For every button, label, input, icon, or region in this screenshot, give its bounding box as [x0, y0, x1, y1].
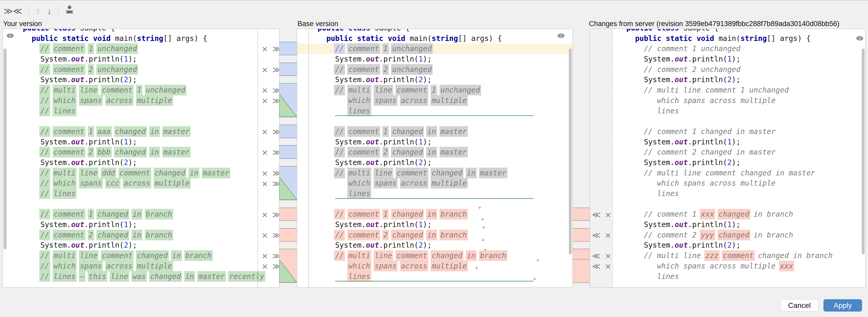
ignore-change-icon[interactable]: ×	[261, 251, 268, 260]
pane-title-yours: Your version	[3, 20, 42, 28]
cancel-button[interactable]: Cancel	[781, 299, 818, 312]
code-line: // comment 2 changed in master	[297, 147, 572, 157]
apply-change-left-icon[interactable]: ≪	[592, 230, 600, 240]
change-action[interactable]: ×≫	[261, 44, 279, 53]
ignore-change-icon[interactable]: ×	[261, 96, 268, 105]
code-line: System.out.println(1);	[618, 137, 865, 147]
change-action[interactable]: ×≫	[261, 210, 279, 219]
apply-change-left-icon[interactable]: ≪	[592, 251, 600, 260]
editor-your-version[interactable]: public class Sample { public static void…	[3, 29, 279, 288]
triangle-up-marker: ▴	[482, 237, 485, 242]
change-action[interactable]: ×≫	[261, 96, 279, 105]
ignore-change-icon[interactable]: ×	[604, 251, 611, 260]
code-line: which spans across multiple	[618, 178, 865, 189]
change-action[interactable]: ×≫	[261, 251, 279, 260]
code-line: // multi line comment changed in branch	[297, 251, 572, 261]
code-line: lines	[297, 271, 572, 282]
ignore-change-icon[interactable]: ×	[261, 127, 268, 136]
code-line: System.out.println(2);	[618, 240, 865, 251]
ignore-change-icon[interactable]: ×	[604, 261, 611, 271]
resolve-magic-icon[interactable]	[65, 4, 74, 18]
pane-title-base: Base version	[298, 20, 338, 28]
ignore-change-icon[interactable]: ×	[261, 179, 268, 188]
code-line: public static void main(string[] args) {	[14, 33, 279, 44]
code-base: public class Sample { public static void…	[297, 29, 572, 282]
code-line	[618, 116, 865, 126]
merge-toolbar: ≫≪ ↑ ↓	[4, 4, 74, 18]
apply-change-right-icon[interactable]: ≫	[272, 44, 279, 53]
apply-all-non-conflicting-icon[interactable]: ≫≪	[4, 4, 22, 18]
conflict-connector-block	[279, 228, 297, 242]
apply-change-right-icon[interactable]: ≫	[272, 230, 279, 240]
scrollbar-base-editor[interactable]	[569, 49, 572, 254]
gutter-divider-line	[257, 29, 258, 287]
apply-change-right-icon[interactable]: ≫	[272, 96, 279, 105]
ignore-change-icon[interactable]: ×	[604, 210, 611, 219]
change-action[interactable]: ≪×	[592, 251, 611, 260]
conflict-connector-block	[573, 228, 590, 242]
ignore-change-icon[interactable]: ×	[604, 230, 611, 240]
code-line: System.out.println(1);	[14, 220, 279, 230]
change-action[interactable]: ×≫	[261, 230, 279, 240]
toolbar-separator	[29, 5, 29, 17]
pane-title-server: Changes from server (revision 3599eb4791…	[589, 20, 839, 28]
code-line: System.out.println(2);	[618, 157, 865, 168]
ignore-change-icon[interactable]: ×	[261, 168, 268, 178]
apply-change-right-icon[interactable]: ≫	[272, 210, 279, 219]
ignore-change-icon[interactable]: ×	[261, 65, 268, 74]
apply-change-right-icon[interactable]: ≫	[272, 179, 279, 188]
change-action[interactable]: ×≫	[261, 261, 279, 271]
scrollbar-left-editor[interactable]	[4, 49, 6, 249]
apply-change-right-icon[interactable]: ≫	[272, 168, 279, 178]
apply-change-right-icon[interactable]: ≫	[272, 127, 279, 136]
change-action[interactable]: ×≫	[261, 148, 279, 157]
apply-change-right-icon[interactable]: ≫	[272, 86, 279, 95]
toolbar-separator	[58, 5, 59, 17]
change-action[interactable]: ≪×	[592, 261, 611, 271]
code-line: // comment 1 xxx changed in branch	[618, 209, 865, 220]
highlighting-eye-icon[interactable]	[557, 33, 565, 38]
code-line: // comment 2 unchanged	[618, 64, 865, 75]
code-line: // multi line comment changed in branch	[14, 251, 279, 261]
next-change-icon[interactable]: ↓	[47, 4, 52, 18]
apply-change-right-icon[interactable]: ≫	[272, 251, 279, 260]
code-line: lines	[618, 106, 865, 116]
apply-change-right-icon[interactable]: ≫	[272, 65, 279, 74]
change-action[interactable]: ×≫	[261, 168, 279, 178]
code-line: System.out.println(1);	[14, 54, 279, 64]
change-action[interactable]: ×≫	[261, 65, 279, 74]
ignore-change-icon[interactable]: ×	[261, 210, 268, 219]
code-line: // which spans across multiple	[14, 261, 279, 271]
apply-change-right-icon[interactable]: ≫	[272, 148, 279, 157]
resolved-green-triangle	[279, 177, 297, 200]
change-action[interactable]: ≪×	[592, 230, 611, 240]
apply-change-right-icon[interactable]: ≫	[272, 261, 279, 271]
highlighting-eye-icon[interactable]	[6, 33, 14, 38]
change-action[interactable]: ×≫	[261, 127, 279, 136]
highlighting-eye-icon[interactable]	[856, 36, 863, 41]
ignore-change-icon[interactable]: ×	[261, 44, 268, 53]
change-action[interactable]: ≪×	[592, 210, 611, 219]
ignore-change-icon[interactable]: ×	[261, 148, 268, 157]
code-line: // lines	[14, 106, 279, 116]
editor-base-version[interactable]: public class Sample { public static void…	[297, 29, 573, 288]
conflict-connector-block	[279, 207, 297, 221]
previous-change-icon[interactable]: ↑	[36, 4, 40, 18]
ignore-change-icon[interactable]: ×	[261, 230, 268, 240]
apply-change-left-icon[interactable]: ≪	[592, 261, 600, 271]
scrollbar-server-editor[interactable]	[862, 49, 865, 254]
ignore-change-icon[interactable]: ×	[261, 261, 268, 271]
ignore-change-icon[interactable]: ×	[261, 86, 268, 95]
change-action[interactable]: ×≫	[261, 86, 279, 95]
change-action[interactable]: ×≫	[261, 179, 279, 188]
triangle-down-marker: ▾	[484, 248, 487, 252]
apply-button[interactable]: Apply	[824, 299, 862, 312]
code-line: // multi line zzz comment changed in bra…	[618, 251, 865, 261]
editor-server-version[interactable]: public class Sample { public static void…	[590, 29, 866, 288]
apply-change-left-icon[interactable]: ≪	[592, 210, 600, 219]
code-line: System.out.println(1);	[618, 220, 865, 230]
code-line: // comment 1 changed in branch	[14, 209, 279, 220]
code-line: // which spans ccc across multiple	[14, 178, 279, 189]
code-line	[618, 199, 865, 209]
code-line: // multi line comment changed in master	[297, 168, 572, 178]
